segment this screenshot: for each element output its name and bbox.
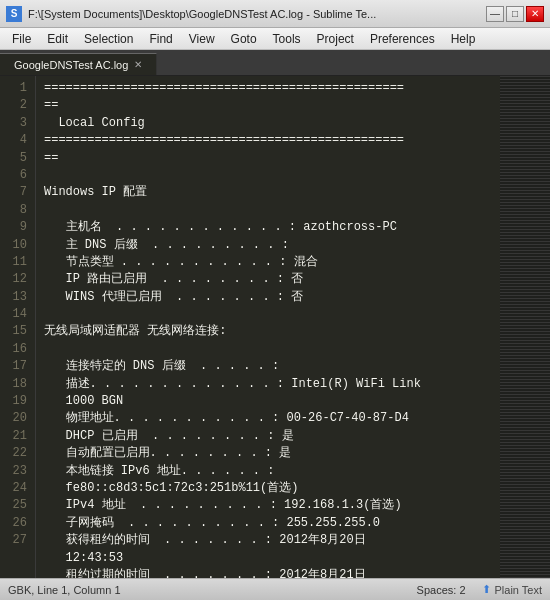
menu-help[interactable]: Help [443,30,484,48]
line-number: 17 [0,358,35,375]
line-number: 14 [0,306,35,323]
code-line: 12:43:53 [44,550,492,567]
code-line [44,306,492,323]
line-number: 25 [0,497,35,514]
line-number: 6 [0,167,35,184]
line-number: 12 [0,271,35,288]
line-number: 27 [0,532,35,549]
code-line: 节点类型 . . . . . . . . . . . : 混合 [44,254,492,271]
code-line: 主 DNS 后缀 . . . . . . . . . : [44,237,492,254]
code-line [44,167,492,184]
code-line: ========================================… [44,80,492,97]
code-line [44,202,492,219]
code-line: fe80::c8d3:5c1:72c3:251b%11(首选) [44,480,492,497]
code-line: 描述. . . . . . . . . . . . . : Intel(R) W… [44,376,492,393]
line-number: 11 [0,254,35,271]
code-line: WINS 代理已启用 . . . . . . . : 否 [44,289,492,306]
status-encoding: Plain Text [495,584,543,596]
code-line: 连接特定的 DNS 后缀 . . . . . : [44,358,492,375]
menu-goto[interactable]: Goto [223,30,265,48]
minimap [500,76,550,578]
line-number: 2 [0,97,35,114]
line-number: 4 [0,132,35,149]
line-number: 21 [0,428,35,445]
menu-bar: File Edit Selection Find View Goto Tools… [0,28,550,50]
line-numbers: 1234567891011121314151617181920212223242… [0,76,36,578]
code-line: 本地链接 IPv6 地址. . . . . . : [44,463,492,480]
code-line: == [44,150,492,167]
line-number: 23 [0,463,35,480]
tab-googleDNSTest[interactable]: GoogleDNSTest AC.log ✕ [0,53,157,75]
line-number: 26 [0,515,35,532]
code-content[interactable]: ========================================… [36,76,500,578]
line-number: 10 [0,237,35,254]
line-number: 18 [0,376,35,393]
code-line: DHCP 已启用 . . . . . . . . : 是 [44,428,492,445]
code-line: 无线局域网适配器 无线网络连接: [44,323,492,340]
line-number: 7 [0,184,35,201]
window-title: F:\[System Documents]\Desktop\GoogleDNST… [28,8,486,20]
line-number: 13 [0,289,35,306]
title-bar: S F:\[System Documents]\Desktop\GoogleDN… [0,0,550,28]
line-number: 20 [0,410,35,427]
code-line: 1000 BGN [44,393,492,410]
menu-preferences[interactable]: Preferences [362,30,443,48]
app-icon: S [6,6,22,22]
code-line: 子网掩码 . . . . . . . . . . : 255.255.255.0 [44,515,492,532]
minimize-button[interactable]: — [486,6,504,22]
minimap-content [500,76,550,578]
menu-find[interactable]: Find [141,30,180,48]
line-number: 5 [0,150,35,167]
code-line: 主机名 . . . . . . . . . . . . : azothcross… [44,219,492,236]
line-number: 9 [0,219,35,236]
menu-edit[interactable]: Edit [39,30,76,48]
code-line: 获得租约的时间 . . . . . . . : 2012年8月20日 [44,532,492,549]
code-line: ========================================… [44,132,492,149]
line-number: 16 [0,341,35,358]
code-line: IP 路由已启用 . . . . . . . . : 否 [44,271,492,288]
code-line: Local Config [44,115,492,132]
status-encoding-icon: ⬆ [482,583,491,596]
code-line: 物理地址. . . . . . . . . . . : 00-26-C7-40-… [44,410,492,427]
code-line [44,341,492,358]
editor-area: 1234567891011121314151617181920212223242… [0,76,550,578]
code-line: 自动配置已启用. . . . . . . . : 是 [44,445,492,462]
tab-close-button[interactable]: ✕ [134,59,142,70]
line-number: 1 [0,80,35,97]
menu-selection[interactable]: Selection [76,30,141,48]
line-number: 24 [0,480,35,497]
menu-tools[interactable]: Tools [265,30,309,48]
window-controls: — □ ✕ [486,6,544,22]
maximize-button[interactable]: □ [506,6,524,22]
menu-view[interactable]: View [181,30,223,48]
line-number: 8 [0,202,35,219]
tab-bar: GoogleDNSTest AC.log ✕ [0,50,550,76]
line-number: 15 [0,323,35,340]
code-line: 租约过期的时间 . . . . . . . : 2012年8月21日 [44,567,492,578]
menu-file[interactable]: File [4,30,39,48]
status-spaces: Spaces: 2 [417,584,466,596]
tab-label: GoogleDNSTest AC.log [14,59,128,71]
code-line: == [44,97,492,114]
line-number: 19 [0,393,35,410]
code-line: IPv4 地址 . . . . . . . . . : 192.168.1.3(… [44,497,492,514]
line-number: 3 [0,115,35,132]
code-line: Windows IP 配置 [44,184,492,201]
status-bar: GBK, Line 1, Column 1 Spaces: 2 ⬆ Plain … [0,578,550,600]
menu-project[interactable]: Project [309,30,362,48]
line-number: 22 [0,445,35,462]
status-position: GBK, Line 1, Column 1 [8,584,417,596]
close-button[interactable]: ✕ [526,6,544,22]
